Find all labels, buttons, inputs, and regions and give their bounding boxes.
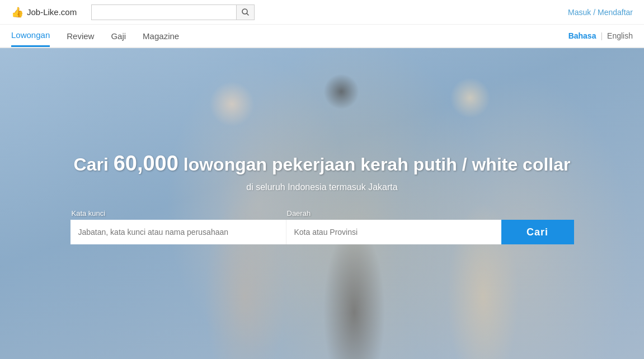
hero-title: Cari 60,000 lowongan pekerjaan kerah put… bbox=[74, 152, 571, 176]
top-bar: 👍 Job-Like.com Masuk / Mendaftar bbox=[0, 0, 644, 25]
keyword-field: Kata kunci bbox=[70, 209, 286, 244]
hero-section: Cari 60,000 lowongan pekerjaan kerah put… bbox=[0, 48, 644, 359]
location-field: Daerah bbox=[286, 209, 501, 244]
search-icon bbox=[242, 8, 249, 16]
logo-text: Job-Like.com bbox=[27, 7, 77, 17]
lang-english[interactable]: English bbox=[607, 31, 633, 40]
hero-title-prefix: Cari bbox=[74, 154, 114, 174]
auth-links[interactable]: Masuk / Mendaftar bbox=[568, 8, 633, 17]
lang-switcher: Bahasa | English bbox=[568, 31, 633, 40]
nav-links: Lowongan Review Gaji Magazine bbox=[11, 25, 179, 47]
lang-bahasa[interactable]: Bahasa bbox=[568, 31, 596, 40]
location-input[interactable] bbox=[286, 220, 501, 244]
logo-icon: 👍 bbox=[11, 6, 23, 18]
logo-area: 👍 Job-Like.com bbox=[11, 4, 255, 20]
hero-search-form: Kata kunci Daerah Cari bbox=[70, 209, 574, 244]
hero-subtitle: di seluruh Indonesia termasuk Jakarta bbox=[246, 182, 397, 192]
nav-link-gaji[interactable]: Gaji bbox=[111, 25, 126, 47]
hero-content: Cari 60,000 lowongan pekerjaan kerah put… bbox=[0, 48, 644, 359]
keyword-input[interactable] bbox=[70, 220, 286, 244]
location-label: Daerah bbox=[287, 209, 501, 218]
nav-link-review[interactable]: Review bbox=[67, 25, 94, 47]
nav-bar: Lowongan Review Gaji Magazine Bahasa | E… bbox=[0, 25, 644, 48]
keyword-label: Kata kunci bbox=[72, 209, 286, 218]
hero-title-suffix: lowongan pekerjaan kerah putih / white c… bbox=[178, 154, 571, 174]
svg-line-1 bbox=[247, 13, 248, 15]
nav-link-lowongan[interactable]: Lowongan bbox=[11, 25, 50, 47]
top-search-button[interactable] bbox=[237, 4, 255, 20]
top-search-input[interactable] bbox=[91, 4, 237, 20]
lang-divider: | bbox=[600, 31, 603, 40]
hero-search-button[interactable]: Cari bbox=[501, 220, 574, 244]
nav-link-magazine[interactable]: Magazine bbox=[143, 25, 179, 47]
top-search-form bbox=[91, 4, 255, 20]
hero-title-number: 60,000 bbox=[114, 152, 178, 175]
